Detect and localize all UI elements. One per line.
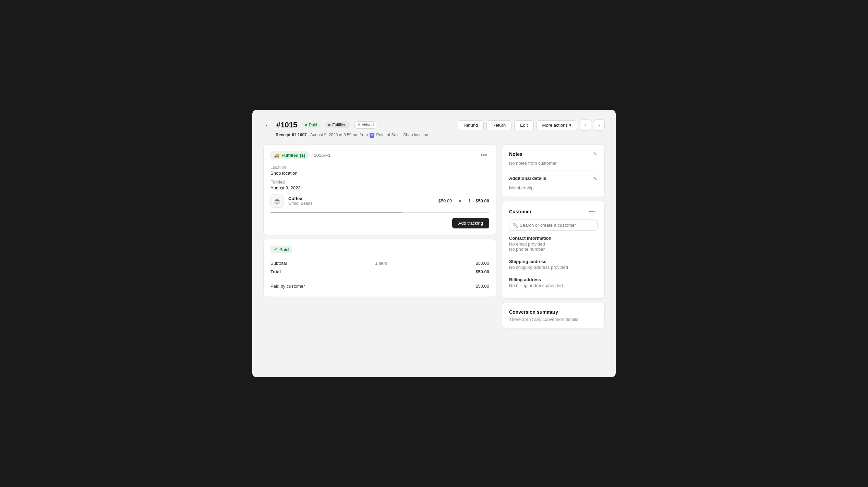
next-order-button[interactable]: › [594, 120, 605, 130]
subtotal-label: Subtotal [270, 261, 287, 266]
conversion-title: Conversion summary [509, 309, 598, 315]
refund-button[interactable]: Refund [458, 120, 484, 130]
customer-search-input[interactable] [509, 220, 598, 231]
notes-header: Notes ✎ [509, 151, 598, 157]
paid-card: ✓ Paid Subtotal 1 item $50.00 Total $50.… [263, 239, 496, 297]
coffee-icon: ☕ [273, 197, 281, 205]
paid-dot [305, 124, 307, 126]
header-left: ← #1015 Paid Fulfilled Archived [263, 121, 377, 129]
receipt-number: #1-1007 [292, 133, 307, 137]
paid-amount: $50.00 [475, 284, 489, 289]
no-notes-text: No notes from customer [509, 161, 598, 166]
location-row: Location Shop location [270, 165, 489, 176]
add-tracking-button[interactable]: Add tracking [452, 218, 489, 228]
contact-title: Contact information [509, 236, 598, 241]
customer-more-button[interactable]: ••• [587, 208, 598, 216]
location-label: Location [270, 165, 489, 170]
fulfilled-status-badge: 🚚 Fulfilled (1) [270, 151, 309, 159]
membership-text: Membership [509, 185, 598, 190]
product-thumbnail: ☕ [270, 195, 284, 208]
product-row: ☕ Coffee Grind: Beans $50.00 × 1 [270, 195, 489, 208]
location-value: Shop location [270, 171, 489, 176]
additional-details-title: Additional details [509, 176, 546, 181]
notes-divider [509, 171, 598, 171]
scroll-thumb [270, 212, 402, 213]
unit-price: $50.00 [438, 198, 452, 203]
fulfilled-date-row: Fulfilled August 9, 2023 [270, 180, 489, 190]
notes-edit-button[interactable]: ✎ [593, 151, 598, 157]
no-billing-text: No billing address provided [509, 283, 598, 288]
main-column: 🚚 Fulfilled (1) #1015-F1 ••• Location Sh… [263, 145, 496, 328]
total-amount: $50.00 [475, 269, 489, 274]
prev-order-button[interactable]: ‹ [580, 120, 591, 130]
receipt-info: Receipt #1-1007 - August 9, 2023 at 3:59… [276, 133, 605, 138]
customer-search-wrapper: 🔍 [509, 220, 598, 231]
fulfilled-card: 🚚 Fulfilled (1) #1015-F1 ••• Location Sh… [263, 145, 496, 235]
side-column: Notes ✎ No notes from customer Additiona… [502, 145, 605, 328]
paid-label: Paid by customer [270, 284, 305, 289]
product-total: $50.00 [475, 198, 489, 203]
billing-title: Billing address [509, 277, 598, 282]
no-phone-text: No phone number [509, 247, 598, 252]
notes-card: Notes ✎ No notes from customer Additiona… [502, 145, 605, 197]
paid-badge: Paid [301, 122, 321, 128]
divider [270, 279, 489, 279]
contact-divider [509, 256, 598, 256]
shipping-divider [509, 274, 598, 274]
receipt-label: Receipt [276, 133, 290, 137]
archived-badge: Archived [354, 121, 378, 129]
total-row: Total $50.00 [270, 267, 489, 276]
quantity: 1 [468, 198, 471, 203]
notes-title: Notes [509, 151, 522, 157]
fulfilled-header: 🚚 Fulfilled (1) #1015-F1 ••• [270, 151, 489, 160]
conversion-no-details: There aren't any conversion details [509, 317, 598, 322]
truck-icon: 🚚 [274, 153, 279, 158]
search-icon: 🔍 [513, 223, 518, 228]
conversion-card: Conversion summary There aren't any conv… [502, 303, 605, 328]
additional-details-header: Additional details ✎ [509, 176, 598, 182]
more-actions-button[interactable]: More actions ▾ [537, 120, 577, 130]
product-variant: Grind: Beans [288, 201, 434, 206]
header-actions: Refund Return Edit More actions ▾ ‹ › [458, 120, 605, 130]
check-icon: ✓ [274, 247, 277, 252]
fulfilled-title: 🚚 Fulfilled (1) #1015-F1 [270, 151, 330, 159]
receipt-channel: Point of Sale [376, 133, 400, 137]
chevron-down-icon: ▾ [569, 123, 571, 128]
scroll-bar [270, 212, 489, 213]
shipping-section: Shipping address No shipping address pro… [509, 259, 598, 270]
customer-card: Customer ••• 🔍 Contact information No em… [502, 201, 605, 299]
fulfilled-badge: Fulfilled [325, 122, 350, 128]
customer-title: Customer [509, 209, 531, 214]
edit-button[interactable]: Edit [514, 120, 533, 130]
quantity-sep: × [459, 198, 461, 203]
total-label: Total [270, 269, 281, 274]
no-email-text: No email provided [509, 241, 598, 247]
receipt-date: August 9, 2023 at 3:59 pm [310, 133, 359, 137]
customer-header: Customer ••• [509, 208, 598, 216]
fulfillment-id: #1015-F1 [311, 153, 330, 158]
no-shipping-text: No shipping address provided [509, 265, 598, 270]
page-header: ← #1015 Paid Fulfilled Archived Refund R… [263, 120, 605, 130]
paid-row: Paid by customer $50.00 [270, 282, 489, 290]
billing-section: Billing address No billing address provi… [509, 277, 598, 288]
subtotal-items: 1 item [375, 261, 387, 266]
contact-section: Contact information No email provided No… [509, 236, 598, 252]
fulfilled-date: August 9, 2023 [270, 185, 489, 190]
app-window: ← #1015 Paid Fulfilled Archived Refund R… [252, 110, 616, 377]
shipping-title: Shipping address [509, 259, 598, 264]
back-button[interactable]: ← [263, 121, 272, 129]
fulfilled-label: Fulfilled [270, 180, 489, 185]
paid-header: ✓ Paid [270, 246, 489, 253]
subtotal-row: Subtotal 1 item $50.00 [270, 259, 489, 267]
return-button[interactable]: Return [486, 120, 511, 130]
paid-status-badge: ✓ Paid [270, 246, 292, 253]
receipt-location: Shop location [403, 133, 428, 137]
product-info: Coffee Grind: Beans [288, 196, 434, 206]
pos-icon: 🛍 [370, 133, 374, 138]
main-layout: 🚚 Fulfilled (1) #1015-F1 ••• Location Sh… [263, 145, 605, 328]
fulfilled-more-button[interactable]: ••• [479, 151, 489, 160]
product-name: Coffee [288, 196, 434, 201]
additional-details-edit-button[interactable]: ✎ [593, 176, 598, 182]
order-title: #1015 [276, 121, 297, 129]
subtotal-amount: $50.00 [475, 261, 489, 266]
